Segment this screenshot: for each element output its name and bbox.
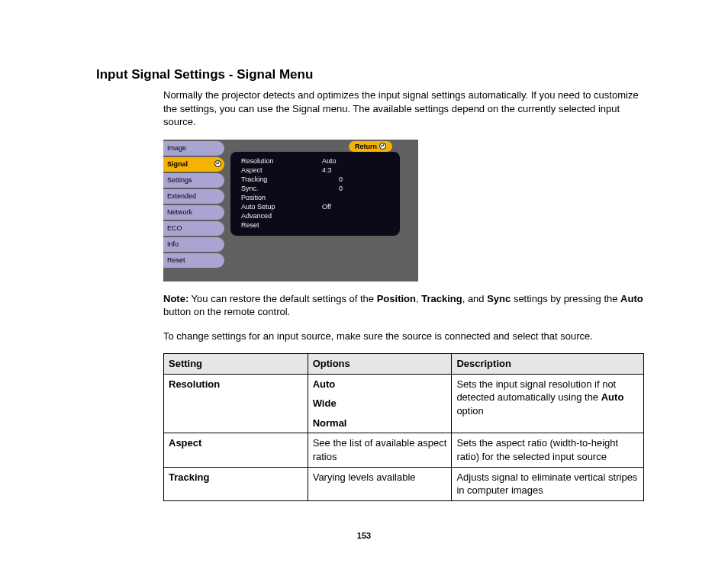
osd-item: Reset	[241, 220, 389, 230]
osd-tab-settings: Settings	[163, 173, 224, 188]
cell-options: Auto Wide Normal	[308, 374, 452, 433]
osd-tab-extended: Extended	[163, 189, 224, 204]
osd-main: Return ↵ ResolutionAuto Aspect4:3 Tracki…	[224, 140, 418, 282]
col-options: Options	[308, 354, 452, 375]
osd-item: Tracking0	[241, 175, 389, 184]
settings-table: Setting Options Description Resolution A…	[163, 353, 644, 500]
enter-icon: ↵	[214, 160, 221, 167]
option-item: Wide	[313, 397, 447, 410]
osd-item: Aspect4:3	[241, 166, 389, 175]
osd-sidebar: Image Signal ↵ Settings Extended Network…	[163, 140, 224, 282]
col-description: Description	[452, 354, 644, 375]
cell-setting: Tracking	[164, 467, 308, 500]
osd-tab-reset: Reset	[163, 253, 224, 268]
osd-item: Auto SetupOff	[241, 202, 389, 211]
osd-item: Sync.0	[241, 184, 389, 193]
enter-icon: ↵	[379, 143, 386, 150]
osd-tab-info: Info	[163, 237, 224, 252]
cell-description: Sets the input signal resolution if not …	[452, 374, 644, 433]
col-setting: Setting	[164, 354, 308, 375]
table-row: Tracking Varying levels available Adjust…	[164, 467, 644, 500]
instruction-text: To change settings for an input source, …	[163, 330, 644, 343]
cell-description: Adjusts signal to eliminate vertical str…	[452, 467, 644, 500]
note-text: Note: You can restore the default settin…	[163, 292, 644, 319]
page-number: 153	[0, 531, 728, 540]
option-item: Auto	[313, 378, 447, 391]
osd-tab-signal: Signal ↵	[163, 157, 224, 172]
osd-item: ResolutionAuto	[241, 156, 389, 166]
cell-description: Sets the aspect ratio (width-to-height r…	[452, 433, 644, 467]
page-title: Input Signal Settings - Signal Menu	[96, 67, 644, 82]
osd-item: Position	[241, 193, 389, 202]
table-header-row: Setting Options Description	[164, 354, 644, 375]
table-row: Resolution Auto Wide Normal Sets the inp…	[164, 374, 644, 433]
osd-tab-network: Network	[163, 205, 224, 220]
osd-panel: ResolutionAuto Aspect4:3 Tracking0 Sync.…	[230, 152, 400, 236]
intro-text: Normally the projector detects and optim…	[163, 88, 644, 129]
osd-screenshot: Image Signal ↵ Settings Extended Network…	[163, 140, 418, 282]
osd-tab-signal-label: Signal	[167, 159, 188, 169]
table-row: Aspect See the list of available aspect …	[164, 433, 644, 467]
osd-tab-image: Image	[163, 141, 224, 156]
cell-options: See the list of available aspect ratios	[308, 433, 452, 467]
osd-return-label: Return	[355, 142, 377, 151]
cell-setting: Aspect	[164, 433, 308, 467]
osd-tab-eco: ECO	[163, 221, 224, 236]
cell-setting: Resolution	[164, 374, 308, 433]
cell-options: Varying levels available	[308, 467, 452, 500]
osd-item: Advanced	[241, 211, 389, 220]
option-item: Normal	[313, 417, 447, 430]
osd-return-button: Return ↵	[349, 141, 392, 152]
